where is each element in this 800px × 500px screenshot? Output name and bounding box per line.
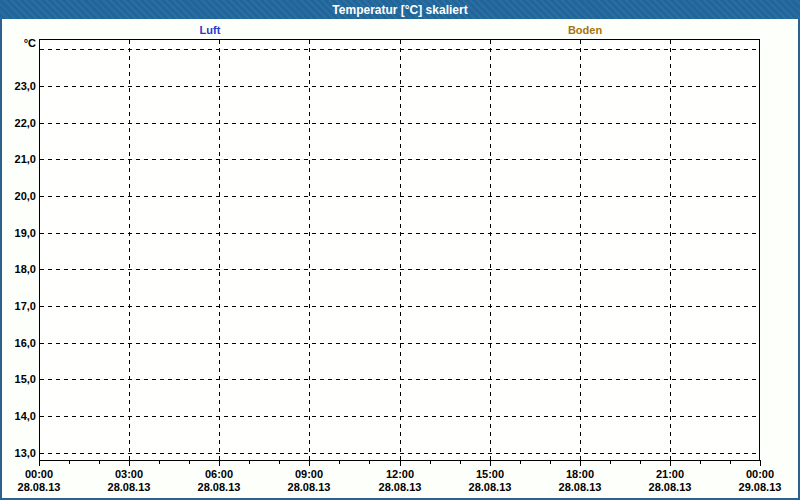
x-axis-minor-tick: [369, 460, 370, 464]
x-axis-minor-tick: [279, 460, 280, 464]
x-axis-minor-tick: [69, 460, 70, 464]
x-tick-date-label: 28.08.13: [187, 480, 251, 494]
x-axis-minor-tick: [640, 460, 641, 464]
x-tick-date-label: 29.08.13: [728, 480, 792, 494]
y-tick-label: 17,0: [0, 299, 36, 313]
x-axis-major-tick: [490, 460, 491, 466]
x-axis-minor-tick: [249, 460, 250, 464]
x-tick-date-label: 28.08.13: [638, 480, 702, 494]
x-tick-time-label: 21:00: [638, 467, 702, 481]
y-tick-label: 23,0: [0, 79, 36, 93]
gridline-vertical: [309, 40, 310, 460]
x-tick-date-label: 28.08.13: [97, 480, 161, 494]
x-axis-minor-tick: [159, 460, 160, 464]
x-axis-minor-tick: [460, 460, 461, 464]
x-axis-minor-tick: [700, 460, 701, 464]
gridline-vertical: [400, 40, 401, 460]
x-tick-time-label: 15:00: [458, 467, 522, 481]
x-tick-date-label: 28.08.13: [368, 480, 432, 494]
x-tick-time-label: 09:00: [277, 467, 341, 481]
x-axis-major-tick: [309, 460, 310, 466]
x-tick-date-label: 28.08.13: [458, 480, 522, 494]
legend-item-luft: Luft: [200, 23, 221, 37]
x-tick-time-label: 06:00: [187, 467, 251, 481]
x-axis-minor-tick: [430, 460, 431, 464]
y-tick-label: 18,0: [0, 262, 36, 276]
legend-item-boden: Boden: [568, 23, 602, 37]
gridline-vertical: [490, 40, 491, 460]
x-tick-time-label: 12:00: [368, 467, 432, 481]
x-tick-time-label: 03:00: [97, 467, 161, 481]
gridline-vertical: [129, 40, 130, 460]
x-axis-minor-tick: [189, 460, 190, 464]
x-tick-date-label: 28.08.13: [548, 480, 612, 494]
x-axis-major-tick: [760, 460, 761, 466]
x-axis-minor-tick: [99, 460, 100, 464]
gridline-vertical: [670, 40, 671, 460]
x-tick-date-label: 28.08.13: [277, 480, 341, 494]
gridline-vertical: [219, 40, 220, 460]
y-tick-label: 15,0: [0, 372, 36, 386]
x-axis-major-tick: [129, 460, 130, 466]
x-tick-time-label: 00:00: [728, 467, 792, 481]
x-axis-major-tick: [219, 460, 220, 466]
y-tick-label: 16,0: [0, 336, 36, 350]
chart-window: Temperatur [°C] skaliert Luft Boden °C 2…: [0, 0, 800, 500]
x-axis-minor-tick: [550, 460, 551, 464]
y-tick-label: 14,0: [0, 409, 36, 423]
x-tick-date-label: 28.08.13: [7, 480, 71, 494]
y-tick-label: 19,0: [0, 226, 36, 240]
y-tick-label: 13,0: [0, 446, 36, 460]
x-axis-major-tick: [580, 460, 581, 466]
x-axis-major-tick: [670, 460, 671, 466]
gridline-vertical: [580, 40, 581, 460]
x-axis-major-tick: [39, 460, 40, 466]
title-bar: Temperatur [°C] skaliert: [0, 0, 800, 19]
x-axis-minor-tick: [610, 460, 611, 464]
x-axis-major-tick: [400, 460, 401, 466]
y-tick-label: 22,0: [0, 116, 36, 130]
y-tick-label: 21,0: [0, 152, 36, 166]
x-axis-minor-tick: [730, 460, 731, 464]
y-tick-label: 20,0: [0, 189, 36, 203]
window-title: Temperatur [°C] skaliert: [332, 3, 467, 17]
y-axis-unit-label: °C: [0, 36, 36, 50]
x-tick-time-label: 18:00: [548, 467, 612, 481]
x-tick-time-label: 00:00: [7, 467, 71, 481]
x-axis-minor-tick: [520, 460, 521, 464]
x-axis-minor-tick: [339, 460, 340, 464]
